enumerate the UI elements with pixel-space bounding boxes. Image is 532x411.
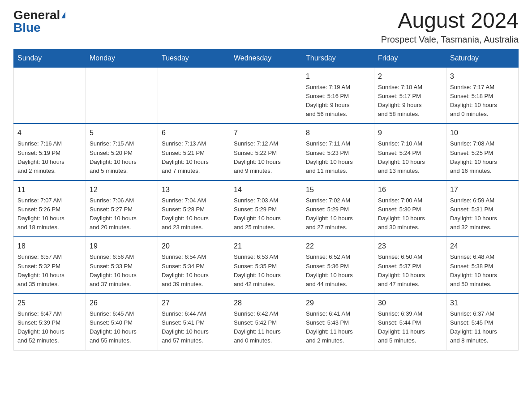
- day-number: 29: [306, 298, 370, 308]
- day-info: Sunrise: 6:41 AMSunset: 5:43 PMDaylight:…: [306, 310, 353, 344]
- calendar-week-row: 18Sunrise: 6:57 AMSunset: 5:32 PMDayligh…: [14, 237, 519, 294]
- weekday-header-thursday: Thursday: [302, 49, 374, 67]
- day-info: Sunrise: 7:12 AMSunset: 5:22 PMDaylight:…: [234, 140, 281, 174]
- calendar-empty-cell: [14, 67, 86, 124]
- calendar-day-9: 9Sunrise: 7:10 AMSunset: 5:24 PMDaylight…: [374, 124, 446, 180]
- day-number: 10: [450, 128, 515, 138]
- day-info: Sunrise: 7:13 AMSunset: 5:21 PMDaylight:…: [162, 140, 209, 174]
- day-number: 18: [17, 241, 82, 252]
- day-info: Sunrise: 6:54 AMSunset: 5:34 PMDaylight:…: [162, 253, 209, 287]
- calendar-day-16: 16Sunrise: 7:00 AMSunset: 5:30 PMDayligh…: [374, 180, 446, 237]
- day-info: Sunrise: 6:37 AMSunset: 5:45 PMDaylight:…: [450, 310, 497, 344]
- day-number: 8: [306, 128, 370, 138]
- day-number: 22: [306, 241, 370, 252]
- day-info: Sunrise: 7:02 AMSunset: 5:29 PMDaylight:…: [306, 197, 353, 231]
- calendar-week-row: 4Sunrise: 7:16 AMSunset: 5:19 PMDaylight…: [14, 124, 519, 180]
- day-info: Sunrise: 7:07 AMSunset: 5:26 PMDaylight:…: [17, 197, 64, 231]
- day-info: Sunrise: 6:45 AMSunset: 5:40 PMDaylight:…: [90, 310, 137, 344]
- day-number: 7: [234, 128, 298, 138]
- calendar-day-19: 19Sunrise: 6:56 AMSunset: 5:33 PMDayligh…: [86, 237, 158, 294]
- day-number: 9: [378, 128, 442, 138]
- day-number: 30: [378, 298, 442, 308]
- day-number: 28: [234, 298, 298, 308]
- calendar-week-row: 25Sunrise: 6:47 AMSunset: 5:39 PMDayligh…: [14, 294, 519, 350]
- day-number: 21: [234, 241, 298, 252]
- day-number: 23: [378, 241, 442, 252]
- weekday-header-tuesday: Tuesday: [158, 49, 230, 67]
- day-info: Sunrise: 7:10 AMSunset: 5:24 PMDaylight:…: [378, 140, 425, 174]
- calendar-day-13: 13Sunrise: 7:04 AMSunset: 5:28 PMDayligh…: [158, 180, 230, 237]
- day-info: Sunrise: 6:42 AMSunset: 5:42 PMDaylight:…: [234, 310, 281, 344]
- calendar-day-3: 3Sunrise: 7:17 AMSunset: 5:18 PMDaylight…: [446, 67, 519, 124]
- calendar-day-25: 25Sunrise: 6:47 AMSunset: 5:39 PMDayligh…: [14, 294, 86, 350]
- day-number: 13: [162, 184, 226, 195]
- day-info: Sunrise: 6:39 AMSunset: 5:44 PMDaylight:…: [378, 310, 425, 344]
- weekday-header-row: SundayMondayTuesdayWednesdayThursdayFrid…: [14, 49, 519, 67]
- calendar-day-11: 11Sunrise: 7:07 AMSunset: 5:26 PMDayligh…: [14, 180, 86, 237]
- logo-triangle-icon: [61, 12, 65, 18]
- day-info: Sunrise: 6:59 AMSunset: 5:31 PMDaylight:…: [450, 197, 497, 231]
- day-info: Sunrise: 7:08 AMSunset: 5:25 PMDaylight:…: [450, 140, 497, 174]
- day-number: 25: [17, 298, 82, 308]
- calendar-day-29: 29Sunrise: 6:41 AMSunset: 5:43 PMDayligh…: [302, 294, 374, 350]
- day-number: 12: [90, 184, 154, 195]
- calendar-week-row: 11Sunrise: 7:07 AMSunset: 5:26 PMDayligh…: [14, 180, 519, 237]
- calendar-day-24: 24Sunrise: 6:48 AMSunset: 5:38 PMDayligh…: [446, 237, 519, 294]
- calendar-day-31: 31Sunrise: 6:37 AMSunset: 5:45 PMDayligh…: [446, 294, 519, 350]
- calendar-day-21: 21Sunrise: 6:53 AMSunset: 5:35 PMDayligh…: [230, 237, 302, 294]
- calendar-day-1: 1Sunrise: 7:19 AMSunset: 5:16 PMDaylight…: [302, 67, 374, 124]
- day-info: Sunrise: 7:03 AMSunset: 5:29 PMDaylight:…: [234, 197, 281, 231]
- day-info: Sunrise: 6:50 AMSunset: 5:37 PMDaylight:…: [378, 253, 425, 287]
- weekday-header-monday: Monday: [86, 49, 158, 67]
- calendar-empty-cell: [86, 67, 158, 124]
- calendar-week-row: 1Sunrise: 7:19 AMSunset: 5:16 PMDaylight…: [14, 67, 519, 124]
- day-number: 4: [17, 128, 82, 138]
- day-info: Sunrise: 7:15 AMSunset: 5:20 PMDaylight:…: [90, 140, 137, 174]
- location-title: Prospect Vale, Tasmania, Australia: [381, 34, 519, 45]
- title-area: August 2024 Prospect Vale, Tasmania, Aus…: [381, 9, 519, 45]
- day-info: Sunrise: 7:04 AMSunset: 5:28 PMDaylight:…: [162, 197, 209, 231]
- month-title: August 2024: [381, 9, 519, 33]
- day-number: 5: [90, 128, 154, 138]
- calendar-day-5: 5Sunrise: 7:15 AMSunset: 5:20 PMDaylight…: [86, 124, 158, 180]
- day-number: 17: [450, 184, 515, 195]
- calendar-empty-cell: [158, 67, 230, 124]
- calendar-day-30: 30Sunrise: 6:39 AMSunset: 5:44 PMDayligh…: [374, 294, 446, 350]
- day-info: Sunrise: 6:53 AMSunset: 5:35 PMDaylight:…: [234, 253, 281, 287]
- day-number: 14: [234, 184, 298, 195]
- day-number: 27: [162, 298, 226, 308]
- day-info: Sunrise: 7:17 AMSunset: 5:18 PMDaylight:…: [450, 84, 497, 117]
- day-number: 11: [17, 184, 82, 195]
- day-info: Sunrise: 6:57 AMSunset: 5:32 PMDaylight:…: [17, 253, 64, 287]
- day-number: 6: [162, 128, 226, 138]
- calendar-table: SundayMondayTuesdayWednesdayThursdayFrid…: [13, 49, 519, 351]
- day-info: Sunrise: 7:19 AMSunset: 5:16 PMDaylight:…: [306, 84, 350, 117]
- calendar-empty-cell: [230, 67, 302, 124]
- weekday-header-saturday: Saturday: [446, 49, 519, 67]
- calendar-day-28: 28Sunrise: 6:42 AMSunset: 5:42 PMDayligh…: [230, 294, 302, 350]
- calendar-day-2: 2Sunrise: 7:18 AMSunset: 5:17 PMDaylight…: [374, 67, 446, 124]
- calendar-day-4: 4Sunrise: 7:16 AMSunset: 5:19 PMDaylight…: [14, 124, 86, 180]
- calendar-day-17: 17Sunrise: 6:59 AMSunset: 5:31 PMDayligh…: [446, 180, 519, 237]
- day-info: Sunrise: 7:11 AMSunset: 5:23 PMDaylight:…: [306, 140, 353, 174]
- day-number: 19: [90, 241, 154, 252]
- calendar-day-14: 14Sunrise: 7:03 AMSunset: 5:29 PMDayligh…: [230, 180, 302, 237]
- day-number: 24: [450, 241, 515, 252]
- day-number: 15: [306, 184, 370, 195]
- calendar-day-10: 10Sunrise: 7:08 AMSunset: 5:25 PMDayligh…: [446, 124, 519, 180]
- calendar-day-15: 15Sunrise: 7:02 AMSunset: 5:29 PMDayligh…: [302, 180, 374, 237]
- weekday-header-wednesday: Wednesday: [230, 49, 302, 67]
- day-number: 26: [90, 298, 154, 308]
- day-info: Sunrise: 6:44 AMSunset: 5:41 PMDaylight:…: [162, 310, 209, 344]
- day-info: Sunrise: 7:16 AMSunset: 5:19 PMDaylight:…: [17, 140, 64, 174]
- logo-blue: Blue: [13, 21, 41, 34]
- day-number: 2: [378, 71, 442, 82]
- day-info: Sunrise: 7:06 AMSunset: 5:27 PMDaylight:…: [90, 197, 137, 231]
- calendar-day-8: 8Sunrise: 7:11 AMSunset: 5:23 PMDaylight…: [302, 124, 374, 180]
- day-info: Sunrise: 7:18 AMSunset: 5:17 PMDaylight:…: [378, 84, 422, 117]
- weekday-header-sunday: Sunday: [14, 49, 86, 67]
- logo-general: General: [13, 9, 60, 21]
- calendar-day-12: 12Sunrise: 7:06 AMSunset: 5:27 PMDayligh…: [86, 180, 158, 237]
- day-number: 20: [162, 241, 226, 252]
- day-info: Sunrise: 6:47 AMSunset: 5:39 PMDaylight:…: [17, 310, 64, 344]
